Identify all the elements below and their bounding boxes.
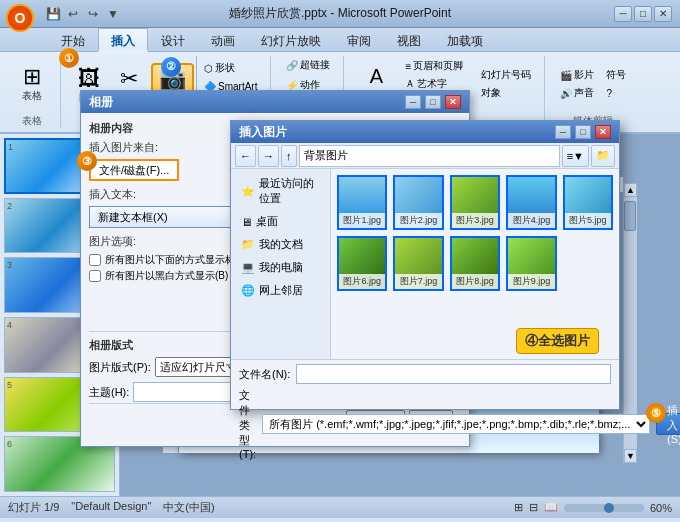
quick-access-toolbar: 💾 ↩ ↪ ▼	[44, 5, 122, 23]
location-input[interactable]: 背景图片	[299, 145, 560, 167]
img-thumb-6[interactable]: 图片6.jpg	[337, 236, 387, 291]
mydocs-icon: 📁	[241, 238, 255, 251]
media-sub-group: 🎬 影片 🔊 声音	[555, 66, 599, 102]
wordart-label: 艺术字	[417, 77, 447, 91]
wordart-icon: Ａ	[405, 77, 415, 91]
shapes-button[interactable]: ⬡ 形状	[199, 59, 262, 77]
album-dialog-close[interactable]: ✕	[445, 95, 461, 109]
up-btn[interactable]: ↑	[281, 145, 297, 167]
desktop-label: 桌面	[256, 214, 278, 229]
insert-footer: 文件名(N): 文件类型(T): 所有图片 (*.emf;*.wmf;*.jpg…	[231, 359, 619, 409]
theme-name: "Default Design"	[71, 500, 151, 515]
scroll-track	[624, 197, 637, 449]
scroll-down-arrow[interactable]: ▼	[624, 449, 637, 463]
img-thumb-1[interactable]: 图片1.jpg	[337, 175, 387, 230]
clipart-icon: ✂	[120, 68, 138, 90]
zoom-level: 60%	[650, 502, 672, 514]
filename-input[interactable]	[296, 364, 611, 384]
status-right: ⊞ ⊟ 📖 60%	[514, 501, 672, 514]
img-thumb-2[interactable]: 图片2.jpg	[393, 175, 443, 230]
insert-dialog-maximize[interactable]: □	[575, 125, 591, 139]
img-thumb-5[interactable]: 图片5.jpg	[563, 175, 613, 230]
insert-picture-dialog: 插入图片 ─ □ ✕ ← → ↑ 背景图片 ≡▼ 📁 ⭐ 最近访问的位置	[230, 120, 620, 410]
insert-dialog-close[interactable]: ✕	[595, 125, 611, 139]
view-sorter-btn[interactable]: ⊟	[529, 501, 538, 514]
insert-dialog-minimize[interactable]: ─	[555, 125, 571, 139]
slideno-button[interactable]: 幻灯片号码	[476, 66, 536, 84]
nav-network[interactable]: 🌐 网上邻居	[235, 280, 326, 301]
forward-btn[interactable]: →	[258, 145, 279, 167]
insert-footer-btns: ⑤ 插入(S) 取消	[656, 413, 680, 435]
img-thumb-9[interactable]: 图片9.jpg	[506, 236, 556, 291]
table-button[interactable]: ⊞ 表格	[12, 62, 52, 107]
tab-home[interactable]: 开始	[48, 28, 98, 51]
view-normal-btn[interactable]: ⊞	[514, 501, 523, 514]
table-icon: ⊞	[23, 66, 41, 88]
sound-button[interactable]: 🔊 声音	[555, 84, 599, 102]
office-button[interactable]: O	[6, 4, 34, 32]
album-dialog-maximize[interactable]: □	[425, 95, 441, 109]
table-label: 表格	[22, 89, 42, 103]
header-footer-button[interactable]: ≡ 页眉和页脚	[400, 57, 474, 75]
text-sub-group2: 幻灯片号码 对象	[476, 66, 536, 102]
slideno-label: 幻灯片号码	[481, 68, 531, 82]
filetype-select[interactable]: 所有图片 (*.emf;*.wmf;*.jpg;*.jpeg;*.jfif;*.…	[262, 414, 650, 434]
close-button[interactable]: ✕	[654, 6, 672, 22]
newfolter-btn[interactable]: 📁	[591, 145, 615, 167]
object-button[interactable]: 对象	[476, 84, 536, 102]
captions-checkbox[interactable]	[89, 254, 101, 266]
nav-mydocs[interactable]: 📁 我的文档	[235, 234, 326, 255]
media-sub-group2: 符号 ?	[601, 66, 631, 102]
insert-dialog-title: 插入图片 ─ □ ✕	[231, 121, 619, 143]
scroll-up-arrow[interactable]: ▲	[624, 183, 637, 197]
tab-addins[interactable]: 加载项	[434, 28, 496, 51]
header-label: 页眉和页脚	[413, 59, 463, 73]
nav-mypc[interactable]: 💻 我的电脑	[235, 257, 326, 278]
nav-recent[interactable]: ⭐ 最近访问的位置	[235, 173, 326, 209]
language: 中文(中国)	[163, 500, 214, 515]
nav-desktop[interactable]: 🖥 桌面	[235, 211, 326, 232]
tab-insert[interactable]: 插入	[98, 28, 148, 52]
filename-row: 文件名(N):	[239, 364, 611, 384]
maximize-button[interactable]: □	[634, 6, 652, 22]
tab-design[interactable]: 设计	[148, 28, 198, 51]
views-btn[interactable]: ≡▼	[562, 145, 589, 167]
bw-checkbox[interactable]	[89, 270, 101, 282]
dropdown-quick-btn[interactable]: ▼	[104, 5, 122, 23]
img-thumb-3[interactable]: 图片3.jpg	[450, 175, 500, 230]
tab-slideshow[interactable]: 幻灯片放映	[248, 28, 334, 51]
file-disk-btn[interactable]: 文件/磁盘(F)...	[89, 159, 179, 181]
redo-quick-btn[interactable]: ↪	[84, 5, 102, 23]
slide-num-6: 6	[7, 439, 12, 449]
save-quick-btn[interactable]: 💾	[44, 5, 62, 23]
ribbon-group-media: 🎬 影片 🔊 声音 符号 ?	[547, 56, 639, 128]
undo-quick-btn[interactable]: ↩	[64, 5, 82, 23]
slide-num-5: 5	[7, 380, 12, 390]
hyperlink-button[interactable]: 🔗 超链接	[281, 56, 335, 74]
zoom-slider[interactable]	[564, 504, 644, 512]
img-thumb-7[interactable]: 图片7.jpg	[393, 236, 443, 291]
textbox-icon: A	[370, 65, 383, 88]
ribbon-tabs: 开始 插入 设计 动画 幻灯片放映 审阅 视图 加载项	[0, 28, 680, 52]
zoom-thumb[interactable]	[604, 503, 614, 513]
symbol-button[interactable]: 符号	[601, 66, 631, 84]
insert-btn-wrapper: ⑤ 插入(S)	[656, 413, 680, 435]
movie-button[interactable]: 🎬 影片	[555, 66, 599, 84]
tab-animation[interactable]: 动画	[198, 28, 248, 51]
back-btn[interactable]: ←	[235, 145, 256, 167]
tab-view[interactable]: 视图	[384, 28, 434, 51]
help-button[interactable]: ?	[601, 84, 631, 102]
slide-num-3: 3	[7, 260, 12, 270]
insert-toolbar: ← → ↑ 背景图片 ≡▼ 📁	[231, 143, 619, 169]
title-bar: O 💾 ↩ ↪ ▼ 婚纱照片欣赏.pptx - Microsoft PowerP…	[0, 0, 680, 28]
minimize-button[interactable]: ─	[614, 6, 632, 22]
scroll-thumb[interactable]	[624, 201, 636, 231]
view-reading-btn[interactable]: 📖	[544, 501, 558, 514]
album-dialog-minimize[interactable]: ─	[405, 95, 421, 109]
hyperlink-label: 超链接	[300, 58, 330, 72]
action-icon: ⚡	[286, 80, 298, 91]
img-thumb-4[interactable]: 图片4.jpg	[506, 175, 556, 230]
img-thumb-8[interactable]: 图片8.jpg	[450, 236, 500, 291]
tab-review[interactable]: 审阅	[334, 28, 384, 51]
network-label: 网上邻居	[259, 283, 303, 298]
